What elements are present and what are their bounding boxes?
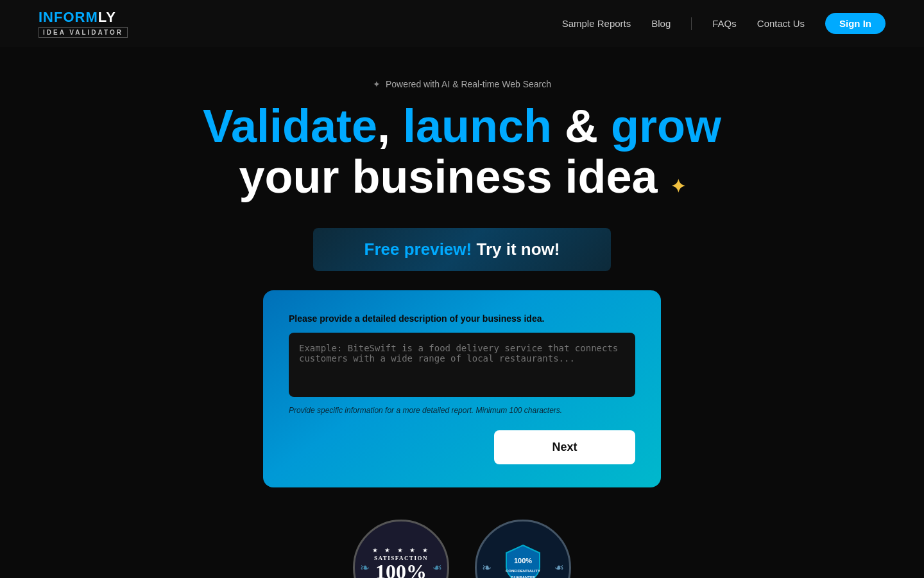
next-button[interactable]: Next	[494, 430, 635, 464]
business-idea-textarea[interactable]	[289, 333, 635, 397]
navbar: INFORMLY IDEA VALIDATOR Sample Reports B…	[0, 0, 924, 47]
right-laurel-icon-2: ❧	[554, 561, 564, 575]
badge-stars: ★ ★ ★ ★ ★	[372, 547, 431, 554]
confidentiality-badge: ❧ ❧ 100% CONFIDENTIALITY GUARANTEE	[475, 520, 571, 578]
try-now-text: Try it now!	[476, 240, 560, 259]
logo-subtitle: IDEA VALIDATOR	[38, 27, 128, 38]
hero-validate: Validate	[203, 100, 377, 152]
nav-divider	[691, 17, 692, 30]
badges-section: ❧ ❧ ★ ★ ★ ★ ★ SATISFACTION 100% GUARANTE…	[0, 520, 924, 578]
form-label: Please provide a detailed description of…	[289, 313, 635, 324]
nav-contact-us[interactable]: Contact Us	[757, 18, 805, 29]
hero-grow: grow	[611, 100, 721, 152]
nav-faqs[interactable]: FAQs	[712, 18, 737, 29]
logo-text: INFORMLY	[38, 9, 116, 26]
hero-section: ✦ Powered with AI & Real-time Web Search…	[0, 47, 924, 271]
free-preview-text: Free preview!	[364, 240, 472, 259]
signin-button[interactable]: Sign In	[825, 13, 886, 34]
form-hint: Provide specific information for a more …	[289, 406, 635, 415]
hero-title: Validate, launch & grow your business id…	[0, 101, 924, 202]
preview-banner: Free preview! Try it now!	[313, 228, 612, 271]
logo[interactable]: INFORMLY IDEA VALIDATOR	[38, 9, 128, 38]
svg-text:GUARANTEE: GUARANTEE	[511, 575, 535, 578]
badge-satisfaction-percent: 100%	[375, 561, 427, 578]
nav-blog[interactable]: Blog	[651, 18, 671, 29]
left-laurel-icon-2: ❧	[482, 561, 492, 575]
sparkle-icon: ✦	[671, 177, 685, 197]
shield-icon: 100% CONFIDENTIALITY GUARANTEE	[504, 544, 542, 578]
hero-subtitle: your business idea	[239, 151, 657, 202]
satisfaction-badge: ❧ ❧ ★ ★ ★ ★ ★ SATISFACTION 100% GUARANTE…	[353, 520, 449, 578]
spark-icon: ✦	[373, 79, 381, 89]
form-card: Please provide a detailed description of…	[263, 290, 661, 487]
powered-badge: ✦ Powered with AI & Real-time Web Search	[0, 79, 924, 89]
svg-text:100%: 100%	[514, 557, 532, 565]
right-laurel-icon: ❧	[432, 561, 442, 575]
left-laurel-icon: ❧	[360, 561, 370, 575]
hero-launch: launch	[403, 100, 552, 152]
nav-sample-reports[interactable]: Sample Reports	[562, 18, 631, 29]
nav-links: Sample Reports Blog FAQs Contact Us Sign…	[562, 13, 886, 34]
svg-text:CONFIDENTIALITY: CONFIDENTIALITY	[506, 569, 540, 573]
